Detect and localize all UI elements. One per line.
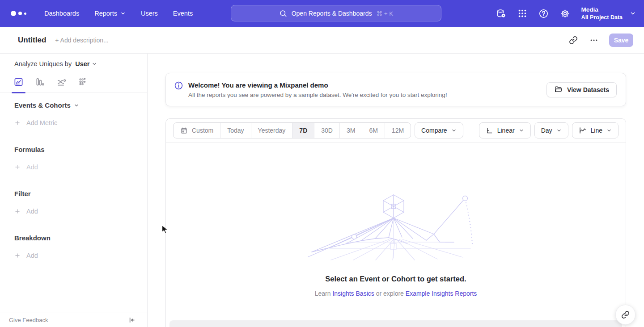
range-label: 12M [392, 127, 404, 134]
banner-text: Welcome! You are viewing a Mixpanel demo… [188, 81, 447, 98]
example-reports-link[interactable]: Example Insights Reports [406, 290, 477, 297]
report-header-bar: Untitled + Add description... Save [0, 27, 644, 54]
save-button[interactable]: Save [609, 34, 633, 47]
nav-item-label: Users [141, 10, 158, 17]
navbar-right: Media All Project Data [496, 0, 636, 27]
nav-item-reports[interactable]: Reports [87, 0, 133, 27]
chevron-down-icon [630, 10, 636, 17]
logo-dot [18, 12, 22, 15]
analyze-row: Analyze Uniques by User [0, 54, 147, 74]
tab-flows-icon[interactable] [56, 77, 67, 93]
range-today[interactable]: Today [220, 123, 251, 138]
empty-state-subtitle: Learn Insights Basics or explore Example… [166, 290, 626, 297]
report-controls-row: Custom Today Yesterday 7D 30D 3M 6M 12M … [166, 119, 626, 143]
mixpanel-logo-icon[interactable] [11, 11, 30, 16]
nav-item-label: Events [173, 10, 193, 17]
view-datasets-button[interactable]: View Datasets [547, 82, 617, 97]
insights-basics-link[interactable]: Insights Basics [332, 290, 374, 297]
share-link-fab[interactable] [615, 305, 636, 325]
top-navbar: Dashboards Reports Users Events Open Rep… [0, 0, 644, 27]
folder-icon [554, 85, 563, 94]
linear-scale-icon [486, 127, 493, 134]
range-3m[interactable]: 3M [340, 123, 362, 138]
empty-state-prefix: Learn [315, 290, 331, 297]
add-breakdown-button[interactable]: Add [14, 252, 133, 259]
analyze-by-dropdown[interactable]: User [75, 60, 97, 67]
range-label: Today [227, 127, 244, 134]
project-switcher[interactable]: Media All Project Data [581, 6, 636, 21]
nav-item-label: Dashboards [44, 10, 79, 17]
chevron-down-icon [120, 11, 126, 16]
banner-subtitle: All the reports you see are powered by a… [188, 92, 447, 98]
collapse-sidebar-icon[interactable] [128, 316, 136, 324]
plus-icon [14, 120, 21, 126]
empty-state-title: Select an Event or Cohort to get started… [166, 275, 626, 283]
compare-dropdown[interactable]: Compare [415, 122, 463, 138]
chart-type-label: Line [591, 127, 602, 134]
add-metric-label: Add Metric [26, 119, 57, 126]
interval-dropdown[interactable]: Day [534, 122, 568, 138]
tab-line-chart-icon[interactable] [13, 77, 24, 93]
add-filter-button[interactable]: Add [14, 208, 133, 215]
logo-dot [11, 11, 16, 16]
range-12m[interactable]: 12M [385, 123, 411, 138]
range-custom[interactable]: Custom [174, 123, 220, 138]
insights-report-card: Custom Today Yesterday 7D 30D 3M 6M 12M … [165, 118, 626, 327]
range-label: Yesterday [258, 127, 286, 134]
main-content: Welcome! You are viewing a Mixpanel demo… [148, 54, 644, 327]
section-title: Formulas [14, 146, 45, 153]
add-metric-button[interactable]: Add Metric [14, 119, 133, 126]
date-range-segmented-control: Custom Today Yesterday 7D 30D 3M 6M 12M [173, 122, 411, 138]
report-title[interactable]: Untitled [18, 36, 46, 45]
chevron-down-icon [74, 103, 79, 108]
compare-label: Compare [421, 127, 447, 134]
visualization-tabs [0, 74, 147, 93]
search-placeholder: Open Reports & Dashboards [292, 10, 372, 17]
formulas-section-header: Formulas [14, 146, 133, 153]
filter-section-header: Filter [14, 190, 133, 197]
apps-grid-icon[interactable] [517, 8, 527, 18]
range-30d[interactable]: 30D [314, 123, 340, 138]
section-title: Filter [14, 190, 31, 197]
give-feedback-link[interactable]: Give Feedback [9, 317, 48, 323]
add-formula-button[interactable]: Add [14, 164, 133, 171]
events-cohorts-section-header[interactable]: Events & Cohorts [14, 101, 133, 109]
range-7d[interactable]: 7D [292, 123, 314, 138]
add-formula-label: Add [26, 164, 38, 171]
add-breakdown-label: Add [26, 252, 38, 259]
view-datasets-label: View Datasets [567, 86, 609, 93]
copy-link-icon[interactable] [569, 36, 578, 45]
chevron-down-icon [606, 128, 612, 133]
breakdown-table-peek [169, 320, 622, 327]
range-label: 30D [321, 127, 333, 134]
nav-item-users[interactable]: Users [133, 0, 165, 27]
empty-state-illustration [306, 189, 485, 261]
help-icon[interactable] [538, 8, 549, 19]
range-6m[interactable]: 6M [362, 123, 385, 138]
chevron-down-icon [451, 128, 457, 133]
range-yesterday[interactable]: Yesterday [251, 123, 293, 138]
calendar-icon [180, 127, 188, 134]
primary-nav: Dashboards Reports Users Events [37, 0, 200, 27]
chart-type-dropdown[interactable]: Line [572, 122, 619, 138]
nav-item-dashboards[interactable]: Dashboards [37, 0, 87, 27]
line-chart-icon [579, 126, 587, 134]
nav-item-events[interactable]: Events [165, 0, 200, 27]
sidebar-footer: Give Feedback [0, 313, 147, 327]
project-info: Media All Project Data [581, 6, 623, 21]
breakdown-section-header: Breakdown [14, 234, 133, 242]
tab-bar-chart-icon[interactable] [35, 77, 45, 93]
demo-welcome-banner: Welcome! You are viewing a Mixpanel demo… [165, 73, 626, 106]
range-label: 6M [369, 127, 377, 134]
tab-metrics-icon[interactable] [78, 77, 88, 93]
data-management-icon[interactable] [496, 8, 506, 19]
scale-dropdown[interactable]: Linear [479, 122, 531, 138]
add-description-field[interactable]: + Add description... [55, 37, 108, 44]
query-builder-sidebar: Analyze Uniques by User Events & Cohorts [0, 54, 148, 327]
project-name: Media [581, 6, 623, 14]
settings-gear-icon[interactable] [560, 8, 570, 19]
chevron-down-icon [556, 128, 562, 133]
interval-label: Day [541, 127, 552, 134]
more-options-icon[interactable] [589, 36, 598, 45]
global-search-input[interactable]: Open Reports & Dashboards ⌘ + K [231, 5, 441, 21]
